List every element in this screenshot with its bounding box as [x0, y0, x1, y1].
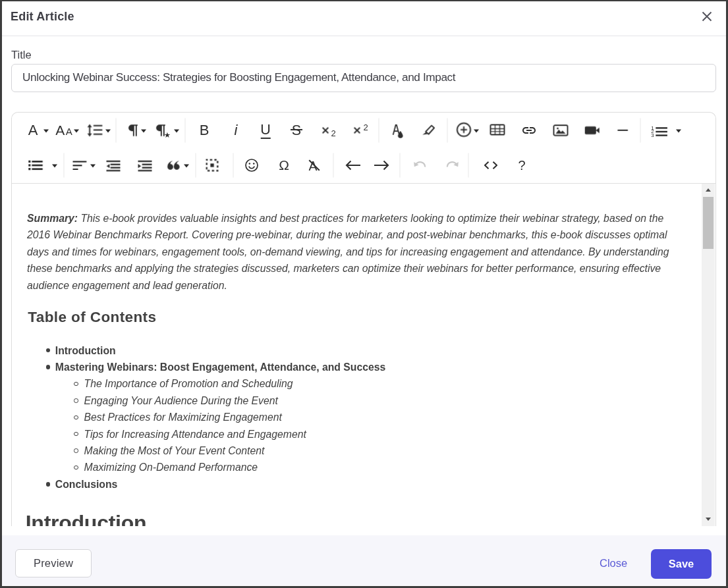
svg-text:3: 3 — [652, 132, 655, 137]
